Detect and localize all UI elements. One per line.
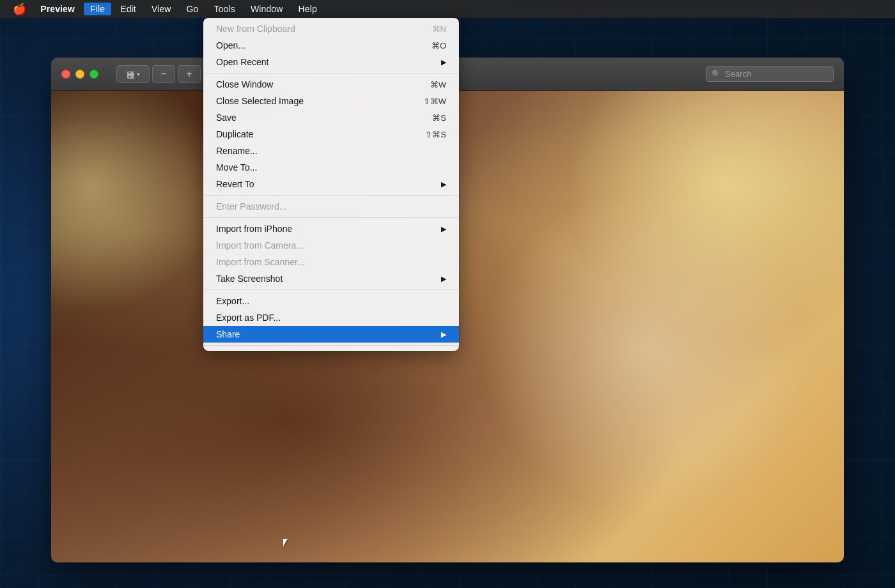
menu-item-save[interactable]: Save ⌘S — [203, 109, 459, 126]
menu-item-rename[interactable]: Rename... — [203, 143, 459, 159]
menu-item-share[interactable]: Share ▶ — [203, 326, 459, 343]
sidebar-toggle-button[interactable]: ▦ ▾ — [116, 65, 150, 83]
menu-shortcut: ⌘W — [430, 80, 446, 89]
menu-label: Close Window — [216, 79, 273, 89]
menu-label: Export as PDF... — [216, 313, 281, 323]
menu-label: Import from Scanner... — [216, 257, 305, 267]
menu-shortcut: ⇧⌘S — [425, 130, 446, 139]
menubar-help[interactable]: Help — [292, 3, 323, 15]
chevron-down-icon: ▾ — [137, 71, 140, 77]
menu-label: Save — [216, 112, 237, 123]
submenu-arrow-icon: ▶ — [441, 58, 446, 66]
menubar-window[interactable]: Window — [244, 3, 290, 15]
menu-label: Duplicate — [216, 129, 253, 139]
menu-shortcut: ⌘O — [432, 41, 446, 50]
menu-item-close-window[interactable]: Close Window ⌘W — [203, 76, 459, 93]
menu-item-export-as-pdf[interactable]: Export as PDF... — [203, 309, 459, 326]
menubar: 🍎 Preview File Edit View Go Tools Window… — [0, 0, 895, 18]
menu-label: Open... — [216, 40, 245, 50]
menu-separator-4 — [203, 290, 459, 290]
zoom-in-button[interactable]: + — [178, 65, 201, 83]
menu-label: Revert To — [216, 179, 254, 189]
menu-item-move-to[interactable]: Move To... — [203, 159, 459, 176]
zoom-in-icon: + — [186, 68, 192, 80]
menu-shortcut: ⌘S — [432, 113, 446, 123]
traffic-lights — [61, 70, 98, 79]
menu-item-import-from-iphone[interactable]: Import from iPhone ▶ — [203, 220, 459, 237]
maximize-button[interactable] — [90, 70, 98, 79]
menu-item-enter-password[interactable]: Enter Password... — [203, 198, 459, 215]
menubar-tools[interactable]: Tools — [208, 3, 242, 15]
menu-separator-2 — [203, 195, 459, 196]
menubar-edit[interactable]: Edit — [114, 3, 143, 15]
menu-label: Import from iPhone — [216, 224, 292, 234]
menu-item-export[interactable]: Export... — [203, 293, 459, 309]
menu-label: Take Screenshot — [216, 274, 283, 284]
sidebar-icon: ▦ — [127, 69, 135, 79]
menu-label: Open Recent — [216, 57, 269, 67]
menu-label: Export... — [216, 296, 249, 306]
menu-label: Share — [216, 329, 240, 339]
submenu-arrow-icon: ▶ — [441, 275, 446, 283]
menu-item-import-from-scanner[interactable]: Import from Scanner... — [203, 254, 459, 270]
submenu-arrow-icon: ▶ — [441, 330, 446, 339]
zoom-out-icon: − — [160, 68, 166, 80]
zoom-out-button[interactable]: − — [152, 65, 175, 83]
menubar-preview[interactable]: Preview — [34, 3, 81, 15]
menu-shortcut: ⌘N — [432, 24, 446, 34]
menu-item-close-selected-image[interactable]: Close Selected Image ⇧⌘W — [203, 93, 459, 109]
menu-item-new-from-clipboard[interactable]: New from Clipboard ⌘N — [203, 20, 459, 37]
menubar-go[interactable]: Go — [180, 3, 205, 15]
close-button[interactable] — [61, 70, 70, 79]
file-dropdown-menu: New from Clipboard ⌘N Open... ⌘O Open Re… — [203, 18, 459, 351]
menu-shortcut: ⇧⌘W — [423, 97, 446, 106]
menu-separator-1 — [203, 73, 459, 74]
search-label: Search — [725, 69, 751, 79]
minimize-button[interactable] — [75, 70, 84, 79]
menu-label: Move To... — [216, 162, 257, 173]
menu-item-import-from-camera[interactable]: Import from Camera... — [203, 237, 459, 254]
menu-item-take-screenshot[interactable]: Take Screenshot ▶ — [203, 270, 459, 287]
menubar-view[interactable]: View — [145, 3, 178, 15]
menubar-file[interactable]: File — [84, 3, 111, 15]
menu-separator-3 — [203, 217, 459, 218]
menu-label: Close Selected Image — [216, 96, 304, 106]
menu-label: Enter Password... — [216, 201, 287, 212]
toolbar: ▦ ▾ − + — [116, 65, 201, 83]
submenu-arrow-icon: ▶ — [441, 225, 446, 233]
search-icon: 🔍 — [712, 70, 721, 79]
apple-menu[interactable]: 🍎 — [8, 3, 31, 16]
menu-label: Rename... — [216, 146, 258, 156]
menu-item-open-recent[interactable]: Open Recent ▶ — [203, 54, 459, 70]
search-bar[interactable]: 🔍 Search — [706, 66, 834, 82]
menu-item-duplicate[interactable]: Duplicate ⇧⌘S — [203, 126, 459, 143]
menu-label: New from Clipboard — [216, 24, 295, 34]
menu-item-revert-to[interactable]: Revert To ▶ — [203, 176, 459, 192]
menu-item-open[interactable]: Open... ⌘O — [203, 37, 459, 54]
submenu-arrow-icon: ▶ — [441, 180, 446, 189]
menu-label: Import from Camera... — [216, 240, 304, 251]
menu-separator-5 — [203, 345, 459, 346]
